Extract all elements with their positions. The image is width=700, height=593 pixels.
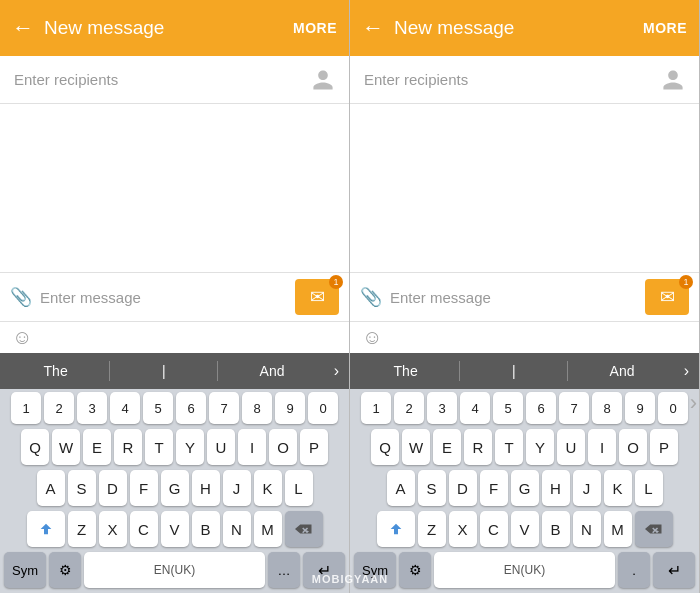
left-attach-icon[interactable]: 📎 — [10, 286, 32, 308]
right-key-f[interactable]: F — [480, 470, 508, 506]
left-key-sym[interactable]: Sym — [4, 552, 46, 588]
left-key-w[interactable]: W — [52, 429, 80, 465]
right-key-gear[interactable]: ⚙ — [399, 552, 431, 588]
left-key-s[interactable]: S — [68, 470, 96, 506]
right-key-backspace[interactable] — [635, 511, 673, 547]
left-key-1[interactable]: 1 — [11, 392, 41, 424]
right-suggestion-and[interactable]: And — [568, 359, 675, 383]
left-suggestion-and[interactable]: And — [218, 359, 325, 383]
right-contact-icon[interactable] — [661, 68, 685, 92]
left-suggestion-arrow[interactable]: › — [326, 362, 347, 380]
left-key-f[interactable]: F — [130, 470, 158, 506]
right-key-k[interactable]: K — [604, 470, 632, 506]
left-key-v[interactable]: V — [161, 511, 189, 547]
left-back-button[interactable]: ← — [12, 15, 34, 41]
right-key-space[interactable]: EN(UK) — [434, 552, 615, 588]
right-back-button[interactable]: ← — [362, 15, 384, 41]
left-key-l[interactable]: L — [285, 470, 313, 506]
left-key-d[interactable]: D — [99, 470, 127, 506]
right-key-2[interactable]: 2 — [394, 392, 424, 424]
left-key-gear[interactable]: ⚙ — [49, 552, 81, 588]
right-compose-area[interactable] — [350, 104, 699, 272]
right-key-7[interactable]: 7 — [559, 392, 589, 424]
right-key-i[interactable]: I — [588, 429, 616, 465]
right-key-a[interactable]: A — [387, 470, 415, 506]
right-key-l[interactable]: L — [635, 470, 663, 506]
left-recipients-row[interactable]: Enter recipients — [0, 56, 349, 104]
left-key-c[interactable]: C — [130, 511, 158, 547]
left-key-r[interactable]: R — [114, 429, 142, 465]
left-key-7[interactable]: 7 — [209, 392, 239, 424]
right-key-h[interactable]: H — [542, 470, 570, 506]
left-key-n[interactable]: N — [223, 511, 251, 547]
left-more-button[interactable]: MORE — [293, 20, 337, 36]
left-key-backspace[interactable] — [285, 511, 323, 547]
right-key-j[interactable]: J — [573, 470, 601, 506]
right-key-c[interactable]: C — [480, 511, 508, 547]
left-key-enter[interactable]: ↵ — [303, 552, 345, 588]
left-suggestion-the[interactable]: The — [2, 359, 109, 383]
right-key-9[interactable]: 9 — [625, 392, 655, 424]
right-more-button[interactable]: MORE — [643, 20, 687, 36]
right-suggestion-arrow[interactable]: › — [676, 362, 697, 380]
left-key-8[interactable]: 8 — [242, 392, 272, 424]
right-key-d[interactable]: D — [449, 470, 477, 506]
left-contact-icon[interactable] — [311, 68, 335, 92]
left-key-g[interactable]: G — [161, 470, 189, 506]
right-key-3[interactable]: 3 — [427, 392, 457, 424]
right-key-0[interactable]: 0 — [658, 392, 688, 424]
right-key-v[interactable]: V — [511, 511, 539, 547]
right-key-period[interactable]: . — [618, 552, 650, 588]
right-key-u[interactable]: U — [557, 429, 585, 465]
right-key-o[interactable]: O — [619, 429, 647, 465]
right-key-p[interactable]: P — [650, 429, 678, 465]
right-key-n[interactable]: N — [573, 511, 601, 547]
left-key-a[interactable]: A — [37, 470, 65, 506]
left-key-x[interactable]: X — [99, 511, 127, 547]
left-key-3[interactable]: 3 — [77, 392, 107, 424]
right-side-arrow[interactable]: › — [690, 390, 697, 416]
left-key-m[interactable]: M — [254, 511, 282, 547]
right-send-button[interactable]: ✉ 1 — [645, 279, 689, 315]
right-key-w[interactable]: W — [402, 429, 430, 465]
right-recipients-row[interactable]: Enter recipients — [350, 56, 699, 104]
right-key-1[interactable]: 1 — [361, 392, 391, 424]
right-key-enter[interactable]: ↵ — [653, 552, 695, 588]
right-emoji-icon[interactable]: ☺ — [362, 326, 382, 348]
right-key-g[interactable]: G — [511, 470, 539, 506]
right-key-6[interactable]: 6 — [526, 392, 556, 424]
right-key-b[interactable]: B — [542, 511, 570, 547]
left-key-b[interactable]: B — [192, 511, 220, 547]
left-key-u[interactable]: U — [207, 429, 235, 465]
left-key-y[interactable]: Y — [176, 429, 204, 465]
left-key-h[interactable]: H — [192, 470, 220, 506]
left-key-i[interactable]: I — [238, 429, 266, 465]
left-key-o[interactable]: O — [269, 429, 297, 465]
left-emoji-icon[interactable]: ☺ — [12, 326, 32, 348]
right-key-8[interactable]: 8 — [592, 392, 622, 424]
left-key-p[interactable]: P — [300, 429, 328, 465]
right-suggestion-the[interactable]: The — [352, 359, 459, 383]
left-key-5[interactable]: 5 — [143, 392, 173, 424]
left-send-button[interactable]: ✉ 1 — [295, 279, 339, 315]
left-key-shift[interactable] — [27, 511, 65, 547]
left-key-4[interactable]: 4 — [110, 392, 140, 424]
right-key-sym[interactable]: Sym — [354, 552, 396, 588]
left-compose-area[interactable] — [0, 104, 349, 272]
right-key-5[interactable]: 5 — [493, 392, 523, 424]
left-key-k[interactable]: K — [254, 470, 282, 506]
left-key-e[interactable]: E — [83, 429, 111, 465]
left-key-period[interactable]: … — [268, 552, 300, 588]
right-key-m[interactable]: M — [604, 511, 632, 547]
left-key-q[interactable]: Q — [21, 429, 49, 465]
right-key-shift[interactable] — [377, 511, 415, 547]
left-key-z[interactable]: Z — [68, 511, 96, 547]
left-key-9[interactable]: 9 — [275, 392, 305, 424]
right-key-q[interactable]: Q — [371, 429, 399, 465]
right-key-r[interactable]: R — [464, 429, 492, 465]
left-key-space[interactable]: EN(UK) — [84, 552, 265, 588]
right-key-e[interactable]: E — [433, 429, 461, 465]
right-key-4[interactable]: 4 — [460, 392, 490, 424]
right-key-y[interactable]: Y — [526, 429, 554, 465]
left-key-0[interactable]: 0 — [308, 392, 338, 424]
